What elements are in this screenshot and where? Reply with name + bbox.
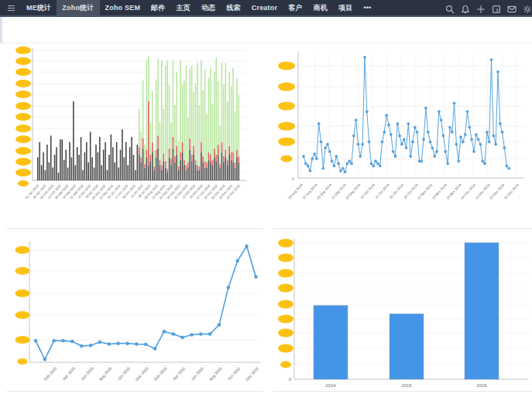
- bar-segment: [39, 142, 40, 181]
- data-point: [339, 170, 342, 172]
- nav-tab-6[interactable]: 线索: [221, 0, 245, 15]
- chart-panel-monthly-line[interactable]: Feb 2015Apr 2015Jun 2015Aug 2015Oct 2015…: [6, 232, 263, 392]
- yearly-bar-chart: 2014201520160: [273, 232, 532, 392]
- nav-tab-11[interactable]: •••: [358, 0, 376, 15]
- bar-segment: [148, 101, 149, 166]
- toolbar-strip: [0, 17, 532, 43]
- data-point: [477, 138, 479, 140]
- bar-segment: [165, 66, 166, 162]
- data-point: [400, 143, 403, 146]
- bar-segment: [163, 161, 165, 180]
- bar-segment: [160, 160, 161, 166]
- bar-segment: [187, 168, 189, 181]
- notes-icon[interactable]: [492, 3, 501, 12]
- nav-tab-7[interactable]: Creator: [246, 0, 283, 15]
- bar-segment: [153, 151, 155, 166]
- bar-segment: [180, 152, 181, 160]
- data-point: [309, 170, 311, 172]
- data-point: [53, 339, 56, 342]
- bar-segment: [142, 81, 144, 138]
- data-point: [394, 155, 396, 157]
- nav-tab-0[interactable]: ME统计: [21, 0, 57, 15]
- bar-segment: [170, 159, 172, 165]
- bar-segment: [133, 155, 135, 180]
- bar-segment: [182, 142, 184, 152]
- settings-icon[interactable]: [523, 3, 532, 12]
- menu-icon[interactable]: [0, 0, 21, 15]
- nav-tab-4[interactable]: 主页: [171, 0, 196, 15]
- x-tick-label: Oct 2015: [117, 366, 132, 382]
- bar-segment: [236, 157, 238, 180]
- bar-segment: [161, 60, 163, 165]
- bar-segment: [227, 101, 228, 160]
- nav-tab-8[interactable]: 客户: [283, 0, 307, 15]
- bar-segment: [202, 163, 204, 180]
- x-tick-label: 2015: [401, 383, 412, 388]
- bar-segment: [139, 109, 140, 148]
- nav-tab-9[interactable]: 商机: [308, 0, 333, 15]
- bar-segment: [148, 165, 149, 180]
- data-point: [472, 150, 475, 152]
- bar-segment: [199, 166, 201, 170]
- bar-segment: [146, 60, 148, 149]
- data-point: [420, 160, 423, 163]
- bar-segment: [236, 78, 238, 149]
- data-point: [117, 342, 120, 345]
- bar-segment: [174, 163, 176, 180]
- data-point: [89, 344, 92, 347]
- nav-tab-1[interactable]: Zoho统计: [57, 0, 99, 15]
- bar-segment: [239, 94, 240, 156]
- line-series: [36, 246, 256, 359]
- bar-segment: [108, 155, 110, 180]
- nav-tab-3[interactable]: 邮件: [146, 0, 170, 15]
- data-point: [447, 163, 449, 165]
- bar-segment: [212, 104, 214, 160]
- plus-icon[interactable]: [476, 3, 486, 12]
- bar-segment: [218, 81, 219, 145]
- data-point: [34, 339, 37, 342]
- redacted-y-label: [278, 254, 293, 262]
- data-point: [387, 124, 390, 126]
- bar-segment: [156, 80, 157, 150]
- bar-segment: [174, 105, 176, 156]
- data-point: [483, 163, 486, 165]
- bar-segment: [228, 146, 230, 155]
- bar-segment: [235, 111, 236, 163]
- bell-icon[interactable]: [461, 3, 470, 12]
- mail-icon[interactable]: [507, 3, 517, 12]
- data-point: [314, 152, 316, 155]
- data-point: [392, 150, 394, 152]
- search-icon[interactable]: [445, 3, 455, 12]
- data-point: [453, 102, 455, 104]
- bar-segment: [67, 168, 69, 181]
- data-point: [352, 135, 355, 137]
- data-point: [190, 333, 193, 336]
- nav-tab-2[interactable]: Zoho SEM: [100, 0, 146, 15]
- data-point: [126, 342, 129, 345]
- bar-segment: [140, 163, 142, 180]
- bar-segment: [239, 163, 240, 180]
- data-point: [423, 138, 425, 140]
- bar-segment: [103, 149, 105, 180]
- chart-panel-stacked-bars[interactable]: 01 Jan 201616 Jan 201608 Feb 201621 Feb …: [6, 43, 263, 229]
- redacted-y-label: [278, 284, 293, 293]
- data-point: [499, 122, 501, 125]
- data-point: [396, 122, 399, 125]
- bar-segment: [195, 84, 197, 160]
- bar-segment: [142, 149, 144, 180]
- bar-segment: [173, 60, 174, 137]
- data-point: [458, 160, 460, 163]
- bar-segment: [166, 60, 168, 169]
- nav-tab-5[interactable]: 动态: [196, 0, 221, 15]
- data-point: [493, 135, 495, 137]
- year-bar: [314, 306, 348, 379]
- bar-segment: [232, 152, 234, 163]
- chart-panel-yearly-bars[interactable]: 2014201520160: [273, 232, 532, 392]
- bar-segment: [232, 68, 234, 152]
- data-point: [355, 119, 357, 122]
- redacted-y-label: [15, 80, 31, 87]
- chart-panel-daily-line[interactable]: 18 Aug 201627 Aug 201605 Sep 201614 Sep …: [273, 43, 532, 229]
- nav-tab-10[interactable]: 项目: [333, 0, 358, 15]
- bar-segment: [182, 152, 184, 180]
- bar-segment: [41, 165, 43, 180]
